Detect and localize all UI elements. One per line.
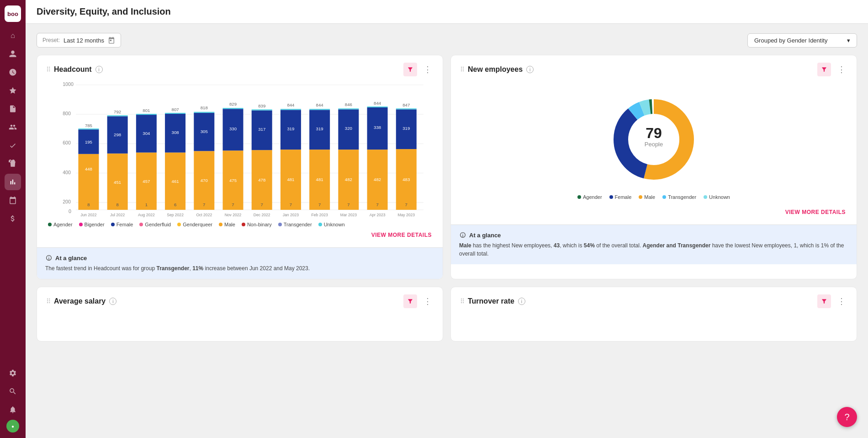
headcount-more-button[interactable]: ⋮ [422, 64, 434, 75]
svg-text:319: 319 [316, 126, 323, 131]
legend-dot-genderqueer [177, 223, 181, 226]
svg-text:818: 818 [201, 105, 208, 110]
app-logo[interactable]: boo [5, 5, 21, 22]
ne-legend-transgender: Transgender [662, 194, 696, 200]
legend-label-unknown: Unknown [324, 222, 345, 227]
svg-text:8: 8 [87, 202, 90, 207]
svg-text:792: 792 [114, 109, 121, 114]
sidebar-item-calendar[interactable] [5, 192, 21, 208]
new-employees-title-row: ⠿ New employees i [460, 65, 534, 74]
svg-text:Jul 2022: Jul 2022 [110, 213, 125, 217]
preset-button[interactable]: Preset: Last 12 months [37, 33, 121, 48]
svg-text:6: 6 [174, 202, 176, 207]
svg-rect-70 [281, 109, 301, 110]
new-employees-info-icon[interactable]: i [526, 66, 534, 73]
svg-rect-38 [165, 113, 185, 114]
average-salary-card-actions: ⋮ [403, 294, 434, 308]
sidebar-item-chart[interactable] [5, 174, 21, 190]
svg-text:Jun 2022: Jun 2022 [80, 213, 96, 217]
ne-dot-male [639, 195, 642, 199]
new-employees-donut-container: 79 People Agender Female [460, 80, 847, 204]
svg-text:400: 400 [63, 170, 71, 175]
bar-apr-2023: 844 482 338 7 Apr 2023 [367, 101, 388, 217]
sidebar-item-check[interactable] [5, 137, 21, 154]
svg-text:483: 483 [402, 177, 410, 182]
sidebar-bell[interactable] [5, 401, 21, 418]
svg-text:Dec 2022: Dec 2022 [254, 213, 270, 217]
svg-text:482: 482 [345, 177, 352, 182]
svg-rect-62 [252, 109, 272, 110]
legend-dot-bigender [79, 223, 83, 226]
legend-dot-nonbinary [242, 223, 245, 226]
page-title: Diversity, Equity, and Inclusion [26, 0, 868, 24]
legend-label-bigender: Bigender [85, 222, 105, 227]
new-employees-card-actions: ⋮ [817, 63, 847, 76]
sidebar-item-star[interactable] [5, 82, 21, 99]
sidebar-item-gift[interactable] [5, 155, 21, 172]
svg-text:317: 317 [258, 127, 265, 132]
turnover-rate-title: Turnover rate [468, 297, 514, 305]
turnover-rate-info-icon[interactable]: i [518, 298, 525, 305]
svg-text:600: 600 [63, 140, 71, 145]
ne-label-unknown: Unknown [709, 194, 730, 200]
svg-text:Jan 2023: Jan 2023 [283, 213, 299, 217]
new-employees-view-more[interactable]: VIEW MORE DETAILS [460, 204, 847, 217]
sidebar-item-people[interactable] [5, 46, 21, 62]
svg-rect-12 [78, 154, 99, 210]
headcount-info-icon[interactable]: i [95, 66, 103, 73]
ne-dot-transgender [662, 195, 666, 199]
svg-text:844: 844 [374, 101, 381, 106]
svg-text:305: 305 [201, 129, 208, 134]
svg-text:195: 195 [85, 139, 92, 144]
average-salary-filter-button[interactable] [403, 294, 417, 308]
ne-glance-text: Male has the highest New employees, 43, … [459, 241, 848, 258]
svg-text:7: 7 [376, 202, 378, 207]
svg-text:308: 308 [172, 130, 179, 135]
sidebar-item-dollar[interactable] [5, 210, 21, 227]
new-employees-more-button[interactable]: ⋮ [836, 64, 847, 75]
average-salary-title: Average salary [54, 297, 106, 305]
ne-label-agender: Agender [583, 194, 602, 200]
headcount-bar-chart: 1000 800 600 400 200 0 [51, 80, 429, 217]
sidebar-item-team[interactable] [5, 119, 21, 135]
svg-rect-14 [78, 128, 99, 129]
headcount-filter-button[interactable] [403, 63, 417, 76]
legend-bigender: Bigender [79, 222, 105, 227]
bar-feb-2023: 844 481 319 7 Feb 2023 [309, 102, 330, 217]
main-content: Diversity, Equity, and Inclusion Preset:… [26, 0, 868, 438]
sidebar-item-home[interactable]: ⌂ [5, 27, 21, 44]
svg-text:7: 7 [290, 202, 292, 207]
svg-text:319: 319 [287, 126, 294, 131]
headcount-glance-text: The fastest trend in Headcount was for g… [45, 264, 434, 272]
turnover-rate-more-button[interactable]: ⋮ [836, 296, 847, 306]
svg-text:482: 482 [374, 177, 381, 182]
average-salary-card-body: ⠿ Average salary i ⋮ [37, 287, 443, 319]
legend-dot-female [111, 223, 115, 226]
turnover-rate-card-actions: ⋮ [817, 294, 847, 308]
legend-dot-agender [48, 223, 52, 226]
help-button[interactable]: ? [837, 407, 857, 427]
headcount-view-more[interactable]: VIEW MORE DETAILS [46, 227, 434, 240]
turnover-rate-filter-button[interactable] [817, 294, 831, 308]
sidebar-search[interactable] [5, 383, 21, 400]
svg-text:Aug 2022: Aug 2022 [138, 213, 155, 217]
group-by-select[interactable]: Grouped by Gender Identity ▾ [747, 33, 857, 48]
legend-nonbinary: Non-binary [242, 222, 272, 227]
svg-text:298: 298 [114, 132, 121, 137]
new-employees-filter-button[interactable] [817, 63, 831, 76]
average-salary-more-button[interactable]: ⋮ [422, 296, 434, 306]
svg-text:319: 319 [402, 126, 410, 131]
svg-text:807: 807 [172, 107, 179, 112]
bar-dec-2022: 839 478 317 7 Dec 2022 [252, 103, 272, 217]
sidebar-settings[interactable] [5, 365, 21, 381]
ne-legend-female: Female [609, 194, 632, 200]
bar-nov-2022: 829 475 330 7 Nov 2022 [223, 101, 243, 217]
drag-icon: ⠿ [46, 66, 50, 73]
sidebar-item-document[interactable] [5, 101, 21, 117]
svg-text:801: 801 [143, 108, 150, 113]
sidebar-item-clock[interactable] [5, 64, 21, 80]
svg-text:448: 448 [85, 166, 92, 171]
average-salary-info-icon[interactable]: i [109, 298, 116, 305]
glance-bold2: 11% [192, 265, 203, 272]
headcount-title: Headcount [54, 65, 92, 74]
